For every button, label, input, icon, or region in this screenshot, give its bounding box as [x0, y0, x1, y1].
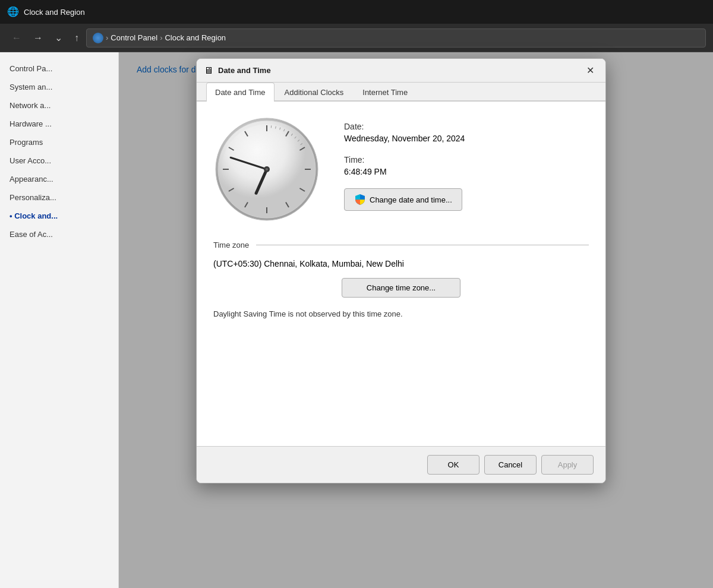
sidebar-item-control-panel[interactable]: Control Pa... — [0, 59, 118, 78]
date-label: Date: — [344, 122, 589, 131]
timezone-section: (UTC+05:30) Chennai, Kolkata, Mumbai, Ne… — [213, 259, 589, 298]
dialog-title-icon: 🖥 — [204, 65, 213, 76]
titlebar-text: Clock and Region — [24, 8, 85, 17]
timezone-section-label: Time zone — [213, 241, 249, 249]
sidebar-item-clock[interactable]: Clock and... — [0, 207, 118, 225]
timezone-value: (UTC+05:30) Chennai, Kolkata, Mumbai, Ne… — [213, 259, 589, 268]
dialog-body: Date: Wednesday, November 20, 2024 Time:… — [197, 102, 605, 446]
sidebar-item-personalization[interactable]: Personaliza... — [0, 188, 118, 207]
dialog-close-button[interactable]: ✕ — [582, 62, 598, 79]
main-content: Control Pa... System an... Network a... … — [0, 52, 713, 588]
cancel-button[interactable]: Cancel — [484, 455, 537, 475]
nav-bar: ← → ⌄ ↑ › Control Panel › Clock and Regi… — [0, 24, 713, 52]
dst-note: Daylight Saving Time is not observed by … — [213, 309, 589, 318]
sidebar: Control Pa... System an... Network a... … — [0, 52, 119, 588]
sidebar-item-programs[interactable]: Programs — [0, 133, 118, 151]
breadcrumb-globe-icon — [93, 33, 103, 43]
change-datetime-button[interactable]: Change date and time... — [344, 188, 462, 211]
timezone-divider: Time zone — [213, 241, 589, 249]
sidebar-item-ease[interactable]: Ease of Ac... — [0, 225, 118, 244]
analog-clock — [213, 116, 320, 223]
time-label: Time: — [344, 155, 589, 165]
breadcrumb-clock-region: Clock and Region — [165, 33, 226, 42]
dialog-title-text: Date and Time — [218, 66, 577, 75]
up-button[interactable]: ↑ — [70, 29, 84, 47]
change-timezone-button[interactable]: Change time zone... — [342, 278, 460, 298]
time-value: 6:48:49 PM — [344, 167, 589, 176]
sidebar-item-appearance[interactable]: Appearanc... — [0, 170, 118, 188]
dialog-tabs: Date and Time Additional Clocks Internet… — [197, 83, 605, 102]
right-panel: Add clocks for different time zones 🖥 Da… — [119, 52, 713, 588]
tab-date-time[interactable]: Date and Time — [206, 83, 275, 102]
clock-section: Date: Wednesday, November 20, 2024 Time:… — [213, 116, 589, 223]
dialog-overlay: 🖥 Date and Time ✕ Date and Time Addition… — [119, 52, 713, 588]
date-value: Wednesday, November 20, 2024 — [344, 134, 589, 143]
titlebar-icon: 🌐 — [7, 6, 19, 18]
dialog-titlebar: 🖥 Date and Time ✕ — [197, 59, 605, 83]
tab-additional-clocks[interactable]: Additional Clocks — [276, 83, 353, 102]
sidebar-item-network[interactable]: Network a... — [0, 96, 118, 115]
divider-line — [256, 245, 589, 245]
tab-internet-time[interactable]: Internet Time — [354, 83, 417, 102]
date-time-dialog: 🖥 Date and Time ✕ Date and Time Addition… — [196, 58, 606, 483]
breadcrumb-control-panel: Control Panel — [111, 33, 157, 42]
dialog-footer: OK Cancel Apply — [197, 446, 605, 483]
sidebar-item-system[interactable]: System an... — [0, 78, 118, 96]
breadcrumb: › Control Panel › Clock and Region — [86, 29, 706, 48]
ok-button[interactable]: OK — [427, 455, 479, 475]
change-datetime-label: Change date and time... — [370, 195, 452, 204]
shield-icon — [354, 194, 366, 206]
sidebar-item-hardware[interactable]: Hardware ... — [0, 115, 118, 133]
change-timezone-label: Change time zone... — [367, 283, 436, 292]
sidebar-item-user-accounts[interactable]: User Acco... — [0, 151, 118, 170]
forward-button[interactable]: → — [29, 29, 48, 47]
recent-button[interactable]: ⌄ — [50, 29, 67, 47]
back-button[interactable]: ← — [7, 29, 26, 47]
title-bar: 🌐 Clock and Region — [0, 0, 713, 24]
datetime-info: Date: Wednesday, November 20, 2024 Time:… — [344, 116, 589, 211]
svg-point-26 — [266, 168, 268, 170]
apply-button[interactable]: Apply — [541, 455, 594, 475]
